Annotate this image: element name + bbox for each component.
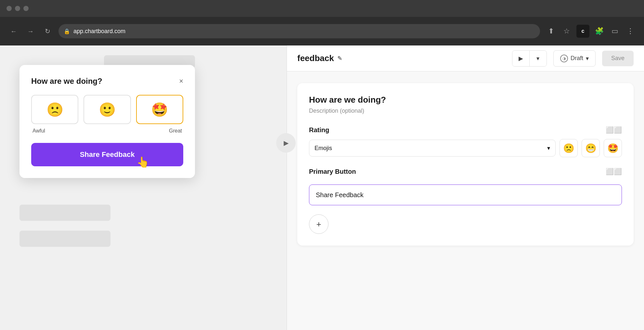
draft-button[interactable]: ◑ Draft ▾	[554, 51, 595, 66]
play-button[interactable]: ▶	[512, 51, 529, 66]
rating-section-header: Rating ⬜⬜	[309, 126, 622, 134]
emoji-options: 🙁 🙂 🤩	[31, 95, 183, 124]
canvas-expand-arrow[interactable]: ▶	[276, 133, 296, 153]
widget-header: How are we doing? ×	[31, 77, 183, 86]
okay-emoji: 🙂	[99, 102, 116, 118]
primary-btn-section-header: Primary Button ⬜⬜	[309, 168, 622, 175]
emoji-selector-row: Emojis ▾ 🙁 😁 🤩	[309, 139, 622, 157]
canvas-area: ▶ How are we doing? × 🙁 🙂 🤩 Awful	[0, 45, 287, 330]
draft-icon: ◑	[560, 55, 568, 62]
great-emoji: 🤩	[151, 102, 168, 118]
refresh-button[interactable]: ↻	[42, 25, 53, 37]
primary-button-section: Primary Button ⬜⬜	[309, 168, 622, 205]
main-content: ▶ How are we doing? × 🙁 🙂 🤩 Awful	[0, 45, 644, 330]
emojis-dropdown-chevron: ▾	[547, 145, 550, 152]
browser-titlebar	[0, 0, 644, 17]
more-icon[interactable]: ⋮	[625, 25, 636, 37]
draft-button-group: ◑ Draft ▾	[553, 50, 596, 67]
share-icon[interactable]: ⬆	[545, 25, 557, 37]
editor-card: How are we doing? Description (optional)…	[297, 83, 634, 246]
split-icon[interactable]: ▭	[609, 25, 621, 37]
url-text: app.chartboard.com	[73, 28, 125, 35]
browser-chrome: ← → ↻ 🔒 app.chartboard.com ⬆ ☆ c 🧩 ▭ ⋮	[0, 0, 644, 45]
editor-emoji-awful[interactable]: 🙁	[560, 139, 578, 157]
awful-emoji: 🙁	[46, 102, 63, 118]
editor-widget-title: How are we doing?	[309, 95, 622, 105]
emoji-awful-option[interactable]: 🙁	[31, 95, 78, 124]
editor-title-text: feedback	[297, 53, 334, 63]
play-button-group: ▶ ▾	[512, 50, 547, 67]
awful-label: Awful	[32, 128, 45, 134]
traffic-light-yellow[interactable]	[15, 6, 20, 11]
emojis-dropdown-label: Emojis	[315, 145, 332, 152]
forward-button[interactable]: →	[25, 25, 36, 37]
address-bar[interactable]: 🔒 app.chartboard.com	[58, 24, 540, 38]
widget-title: How are we doing?	[31, 77, 102, 86]
editor-emoji-okay[interactable]: 😁	[582, 139, 600, 157]
editor-emoji-great[interactable]: 🤩	[604, 139, 622, 157]
editor-toolbar: feedback ✎ ▶ ▾ ◑ Draft ▾ Save	[287, 45, 644, 71]
share-feedback-button[interactable]: Share Feedback	[31, 143, 183, 166]
star-icon[interactable]: ☆	[561, 25, 573, 37]
great-label: Great	[169, 128, 182, 134]
editor-panel: feedback ✎ ▶ ▾ ◑ Draft ▾ Save How ar	[287, 45, 644, 330]
draft-label: Draft	[571, 55, 583, 62]
editor-title-area: feedback ✎	[297, 53, 342, 63]
save-button[interactable]: Save	[602, 51, 634, 66]
lock-icon: 🔒	[64, 28, 70, 34]
browser-toolbar-actions: ⬆ ☆ c 🧩 ▭ ⋮	[545, 25, 636, 38]
primary-button-input[interactable]	[309, 184, 622, 205]
canvas-bg-element-2	[19, 205, 110, 221]
play-dropdown-button[interactable]: ▾	[530, 51, 547, 66]
add-element-button[interactable]: +	[309, 214, 328, 234]
emojis-dropdown[interactable]: Emojis ▾	[309, 140, 556, 157]
emoji-okay-option[interactable]: 🙂	[84, 95, 131, 124]
emoji-great-option[interactable]: 🤩	[136, 95, 183, 124]
back-button[interactable]: ←	[8, 25, 19, 37]
chartboard-icon[interactable]: c	[576, 25, 589, 38]
traffic-light-green[interactable]	[23, 6, 29, 11]
emoji-labels: Awful Great	[31, 128, 183, 134]
draft-chevron-icon: ▾	[586, 55, 589, 62]
close-icon[interactable]: ×	[179, 78, 183, 85]
extensions-icon[interactable]: 🧩	[593, 25, 605, 37]
traffic-light-red[interactable]	[6, 6, 12, 11]
edit-title-icon[interactable]: ✎	[337, 55, 342, 62]
rating-section-title: Rating	[309, 126, 329, 134]
primary-btn-settings-icon[interactable]: ⬜⬜	[606, 168, 622, 175]
primary-btn-section-title: Primary Button	[309, 168, 356, 175]
browser-toolbar: ← → ↻ 🔒 app.chartboard.com ⬆ ☆ c 🧩 ▭ ⋮	[0, 17, 644, 45]
editor-widget-desc: Description (optional)	[309, 108, 622, 114]
editor-body: How are we doing? Description (optional)…	[287, 71, 644, 330]
canvas-bg-element-3	[19, 231, 110, 247]
feedback-widget: How are we doing? × 🙁 🙂 🤩 Awful Great Sh…	[19, 65, 195, 178]
rating-settings-icon[interactable]: ⬜⬜	[606, 126, 622, 134]
